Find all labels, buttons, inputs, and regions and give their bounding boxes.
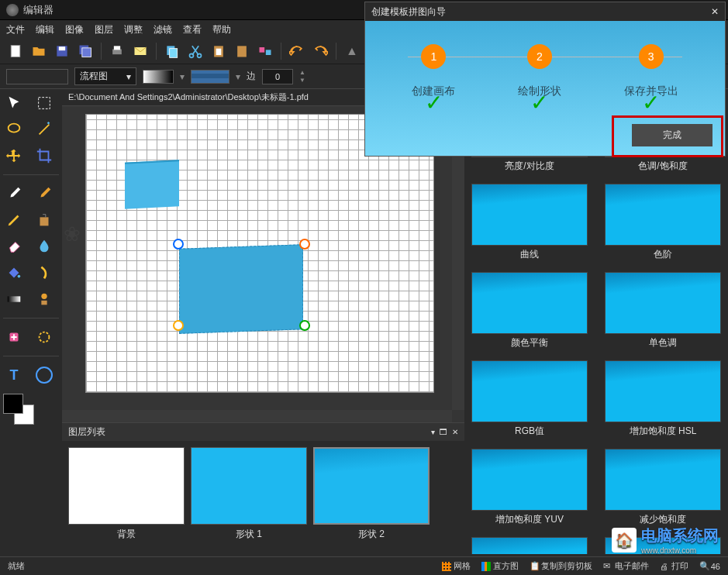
status-histogram[interactable]: 直方图 [481,560,519,572]
step-number: 2 [527,44,552,69]
main-area: T E:\Document And Settings2\Administrato… [0,89,728,554]
copy-icon[interactable] [163,42,181,60]
status-print[interactable]: 🖨打印 [660,560,688,572]
shape-tool-icon[interactable] [33,364,55,386]
svg-rect-13 [216,49,222,55]
close-icon[interactable]: ✕ [452,428,458,436]
info-icon[interactable]: ▲ [343,42,361,60]
shape-1[interactable] [125,160,179,209]
spinner-down-icon[interactable]: ▼ [299,77,305,84]
resize-handle[interactable] [173,320,184,331]
step-number: 1 [421,44,446,69]
wand-tool-icon[interactable] [33,119,55,140]
status-zoom[interactable]: 🔍46 [699,562,720,571]
effect-rgb[interactable]: RGB值 [468,360,592,444]
menu-layer[interactable]: 图层 [95,23,113,36]
layer-label: 背景 [68,525,185,544]
pin-icon[interactable]: ▾ [431,428,435,436]
check-icon: ✓ [425,90,443,115]
rotate-handle[interactable] [299,239,310,250]
toolbar-separator [336,43,336,60]
blur-tool-icon[interactable] [33,236,55,257]
resize-handle[interactable] [299,320,310,331]
clipboard-icon[interactable] [233,42,251,60]
menu-adjust[interactable]: 调整 [124,23,143,36]
pointer-tool-icon[interactable] [3,92,25,114]
stamp-tool-icon[interactable] [33,288,55,310]
text-tool-icon[interactable]: T [3,364,25,386]
eraser-tool-icon[interactable] [3,236,25,257]
email-icon[interactable] [131,42,150,60]
smudge-tool-icon[interactable] [33,262,55,284]
effect-curves[interactable]: 曲线 [468,184,592,267]
layer-item-background[interactable]: 背景 [68,447,185,548]
saveall-icon[interactable] [76,42,95,60]
pattern-swatch[interactable] [191,70,229,84]
menu-file[interactable]: 文件 [6,23,25,36]
wizard-step-3: 3 ✓ 保存并导出 [624,44,678,98]
lasso-tool-icon[interactable] [3,119,25,140]
side-input[interactable] [262,69,293,84]
status-grid[interactable]: 网格 [442,560,471,572]
effect-saturation-hsl[interactable]: 增加饱和度 HSL [601,360,725,444]
step-number: 3 [639,44,664,69]
done-button[interactable]: 完成 [632,124,712,146]
menu-edit[interactable]: 编辑 [36,23,54,36]
pencil-tool-icon[interactable] [3,209,25,231]
cut-icon[interactable] [186,42,205,60]
effect-color-balance[interactable]: 颜色平衡 [468,272,592,356]
new-icon[interactable] [6,42,25,60]
wizard-steps: 1 ✓ 创建画布 2 ✓ 绘制形状 3 ✓ 保存并导出 [365,21,725,106]
layer-item-shape2[interactable]: 形状 2 [313,447,430,548]
horizontal-scrollbar[interactable] [62,410,452,422]
svg-rect-0 [11,46,20,57]
save-icon[interactable] [53,42,71,60]
maximize-icon[interactable]: 🗖 [440,428,447,436]
effect-monotone[interactable]: 单色调 [601,272,725,356]
status-ready: 就绪 [8,560,25,572]
color-swatches[interactable] [3,394,34,425]
effect-saturation-yuv[interactable]: 增加饱和度 YUV [468,449,592,532]
clone-tool-icon[interactable] [33,209,55,231]
fill-tool-icon[interactable] [3,262,25,284]
undo-icon[interactable] [288,42,306,60]
foreground-color-swatch[interactable] [3,394,23,414]
status-email[interactable]: ✉电子邮件 [603,560,649,572]
chevron-down-icon[interactable]: ▾ [236,71,240,82]
svg-point-25 [40,332,50,343]
effect-desaturate[interactable]: 减少饱和度 [601,449,725,532]
print-icon[interactable] [108,42,126,60]
brush-tool-icon[interactable] [33,183,55,205]
svg-rect-15 [260,47,265,53]
crop-tool-icon[interactable] [33,145,55,167]
status-clipboard[interactable]: 📋复制到剪切板 [530,560,592,572]
chevron-down-icon[interactable]: ▾ [180,71,185,82]
batch-icon[interactable] [256,42,274,60]
layer-thumb [68,447,185,525]
layer-item-shape1[interactable]: 形状 1 [191,447,307,548]
menu-filter[interactable]: 滤镜 [154,23,172,36]
effect-levels[interactable]: 色阶 [601,184,725,267]
marquee-tool-icon[interactable] [33,92,55,114]
wizard-titlebar: 创建模板拼图向导 ✕ [365,2,725,21]
patch-tool-icon[interactable] [33,326,55,348]
shape-type-dropdown[interactable]: 流程图 ▾ [74,67,136,85]
menu-image[interactable]: 图像 [65,23,84,36]
menu-view[interactable]: 查看 [183,23,202,36]
tool-palette: T [0,89,62,554]
healing-tool-icon[interactable] [3,326,25,348]
shape-2[interactable] [179,244,303,334]
paste-icon[interactable] [209,42,228,60]
open-icon[interactable] [29,42,48,60]
close-icon[interactable]: ✕ [711,6,719,17]
app-icon [6,4,19,16]
resize-handle[interactable] [173,239,184,250]
eyedropper-tool-icon[interactable] [3,183,25,205]
move-tool-icon[interactable] [3,145,25,167]
menu-help[interactable]: 帮助 [212,23,231,36]
redo-icon[interactable] [311,42,329,60]
gradient-swatch[interactable] [143,70,174,84]
spinner-up-icon[interactable]: ▲ [299,69,305,76]
effect-more-1[interactable] [468,537,592,554]
gradient-tool-icon[interactable] [3,288,25,310]
